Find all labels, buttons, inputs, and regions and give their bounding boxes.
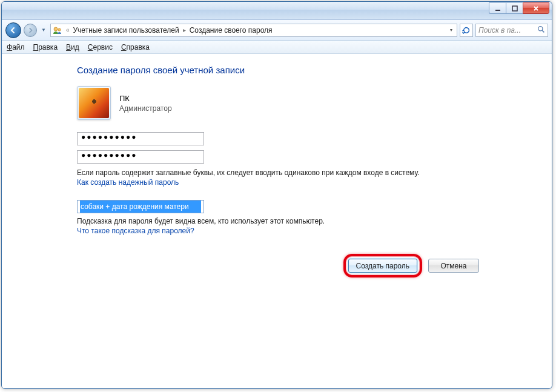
svg-point-3	[58, 28, 61, 30]
chevron-right-icon: ▸	[182, 27, 187, 33]
nav-back-button[interactable]	[5, 22, 21, 38]
search-placeholder: Поиск в па...	[478, 26, 521, 35]
password-hint-field[interactable]: собаки + дата рождения матери	[77, 200, 204, 213]
content-area: Создание пароля своей учетной записи ПК …	[2, 54, 552, 388]
close-button[interactable]	[523, 2, 549, 14]
menu-help[interactable]: Справка	[121, 43, 150, 51]
hint-info-link[interactable]: Что такое подсказка для паролей?	[77, 227, 194, 235]
avatar	[77, 86, 111, 120]
menu-tools[interactable]: Сервис	[88, 43, 113, 51]
hint-visibility-note: Подсказка для пароля будет видна всем, к…	[77, 217, 465, 225]
avatar-image	[79, 88, 109, 118]
search-icon	[537, 25, 545, 35]
new-password-field[interactable]: ●●●●●●●●●●	[77, 132, 204, 145]
nav-bar: ▼ « Учетные записи пользователей ▸ Созда…	[2, 20, 552, 41]
titlebar	[2, 2, 552, 20]
nav-history-dropdown[interactable]: ▼	[39, 27, 48, 33]
svg-line-5	[542, 30, 544, 32]
svg-point-2	[54, 27, 58, 31]
maximize-button[interactable]	[506, 2, 523, 14]
svg-rect-0	[495, 10, 500, 11]
svg-point-4	[538, 26, 543, 30]
nav-forward-button[interactable]	[24, 24, 37, 37]
highlight-annotation: Создать пароль	[343, 254, 422, 277]
breadcrumb-item-accounts[interactable]: Учетные записи пользователей	[73, 26, 179, 35]
page-title: Создание пароля своей учетной записи	[77, 65, 552, 75]
user-role: Администратор	[119, 104, 172, 113]
menu-bar: Файл Правка Вид Сервис Справка	[2, 41, 552, 54]
menu-view[interactable]: Вид	[66, 43, 79, 51]
user-name: ПК	[119, 94, 172, 103]
svg-rect-1	[512, 6, 517, 11]
window-frame: ▼ « Учетные записи пользователей ▸ Созда…	[1, 1, 552, 389]
hint-text-selected: собаки + дата рождения матери	[80, 201, 201, 213]
cancel-button[interactable]: Отмена	[428, 259, 479, 273]
caps-note: Если пароль содержит заглавные буквы, их…	[77, 168, 465, 177]
create-password-button[interactable]: Создать пароль	[348, 259, 417, 273]
search-input[interactable]: Поиск в па...	[475, 24, 548, 37]
chevron-left-icon: «	[65, 27, 71, 33]
breadcrumb-bar[interactable]: « Учетные записи пользователей ▸ Создани…	[50, 24, 457, 37]
menu-edit[interactable]: Правка	[33, 43, 58, 51]
refresh-button[interactable]	[460, 24, 473, 37]
strong-password-link[interactable]: Как создать надежный пароль	[77, 178, 179, 187]
minimize-button[interactable]	[489, 2, 506, 14]
confirm-password-field[interactable]: ●●●●●●●●●●	[77, 150, 204, 164]
breadcrumb-dropdown[interactable]: ▾	[448, 27, 455, 33]
user-accounts-icon	[53, 25, 62, 35]
breadcrumb-item-create-password[interactable]: Создание своего пароля	[190, 26, 273, 35]
menu-file[interactable]: Файл	[7, 43, 25, 51]
